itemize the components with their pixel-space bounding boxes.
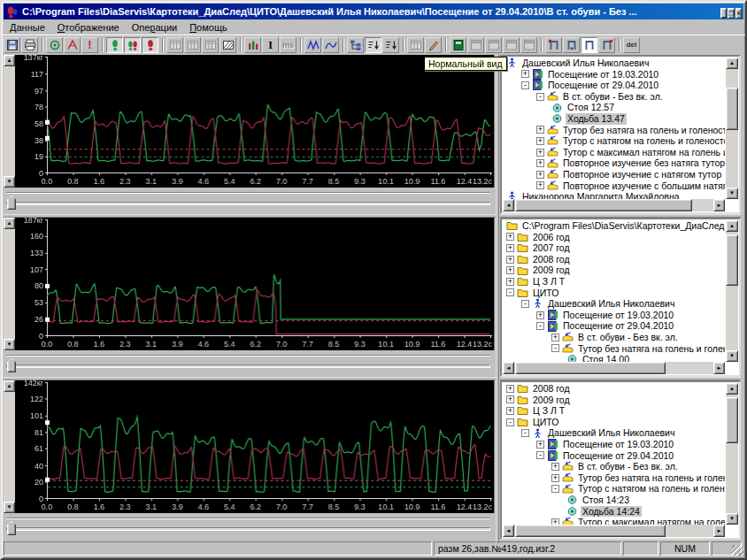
tree-item-label[interactable]: Посещение от 29.04.2010 [561, 450, 675, 462]
tree-item-label[interactable]: ЦИТО [531, 288, 560, 299]
expand-icon[interactable]: + [506, 385, 514, 393]
close-button[interactable]: × [735, 8, 742, 19]
scroll-right-icon[interactable]: ► [713, 525, 725, 537]
pressure-chart-2[interactable] [15, 218, 495, 350]
expand-icon[interactable]: + [506, 244, 514, 252]
tree-item[interactable]: -ЦИТО [503, 288, 725, 299]
scroll-up-icon[interactable]: ▲ [726, 220, 738, 232]
hatch-button[interactable] [219, 37, 236, 53]
pressure-chart-1[interactable] [15, 55, 495, 188]
tree-item-label[interactable]: Ходьба 14:24 [581, 506, 642, 518]
collapse-icon[interactable]: - [551, 485, 559, 493]
expand-icon[interactable]: + [506, 278, 514, 286]
tree-item-label[interactable]: Тутор без натяга на голень и голеностопн… [576, 472, 725, 484]
tree-item[interactable]: +Повторное изучение с большим натягом [503, 180, 725, 192]
tree-item[interactable]: -ЦИТО [503, 417, 725, 428]
tree-item-label[interactable]: 2009 год [531, 395, 572, 406]
edit-button[interactable] [425, 37, 442, 53]
expand-icon[interactable]: + [506, 256, 514, 264]
tree-item-label[interactable]: Посещение от 19.03.2010 [546, 69, 660, 81]
tree-item[interactable]: +2008 год [503, 254, 725, 265]
scroll-up-icon[interactable]: ▲ [4, 55, 15, 66]
pressure-chart-3[interactable] [15, 380, 495, 513]
tree-item-label[interactable]: Дашевский Илья Николаевич [520, 58, 651, 69]
tree-item-label[interactable]: ЦИТО [531, 417, 560, 428]
tree-item-label[interactable]: Стоя 14:23 [581, 495, 631, 506]
expand-icon[interactable]: + [536, 441, 544, 449]
scroll-left-icon[interactable]: ◄ [503, 199, 514, 211]
tree-item-label[interactable]: Никанорова Маргарита Михайловна [520, 191, 682, 199]
view-mode-button-2[interactable] [563, 37, 580, 53]
tree-item[interactable]: +Ц З Л Т [503, 276, 725, 288]
archive-button[interactable] [450, 37, 466, 53]
chart-scroll-groove[interactable] [6, 355, 490, 357]
tree-item-label[interactable]: Тутор без натяга на голень и голеностопн… [561, 125, 725, 136]
tree-item-label[interactable]: Тутор с натягом на голень и голеностопны… [561, 135, 725, 147]
tree-item[interactable]: C:\Program Files\DiaServis\Картотеки_Диа… [503, 220, 725, 232]
scroll-left-icon[interactable]: ◄ [503, 362, 514, 374]
scroll-up-icon[interactable]: ▲ [4, 218, 15, 229]
tree-item-label[interactable]: Посещение от 19.03.2010 [561, 310, 675, 321]
tree-item-label[interactable]: Посещение от 29.04.2010 [561, 320, 675, 332]
collapse-icon[interactable]: - [536, 322, 544, 330]
expand-icon[interactable]: + [506, 407, 514, 415]
tree-item[interactable]: -Дашевский Илья Николаевич [503, 298, 725, 310]
tree-item[interactable]: +2009 год [503, 265, 725, 276]
tree-item-label[interactable]: Посещение от 19.03.2010 [561, 439, 675, 450]
expand-icon[interactable]: + [551, 463, 559, 471]
tree-item-label[interactable]: В ст. обуви - Без вк. эл. [576, 461, 680, 472]
chart-zoom-track[interactable] [6, 527, 490, 531]
chart-zoom-track[interactable] [6, 364, 490, 368]
tree-item[interactable]: +2009 год [503, 395, 725, 406]
expand-icon[interactable]: + [551, 474, 559, 482]
tree-item-label[interactable]: 2006 год [531, 232, 572, 243]
menu-data[interactable]: Данные [4, 21, 51, 34]
expand-icon[interactable]: + [536, 137, 544, 145]
tree-item[interactable]: Ходьба 13.47 [503, 113, 725, 125]
tree-item-label[interactable]: Посещение от 29.04.2010 [546, 80, 660, 91]
tree-item[interactable]: +Посещение от 19.03.2010 [503, 310, 725, 321]
both-feet-toggle[interactable] [124, 37, 141, 53]
tree-item[interactable]: +2006 год [503, 232, 725, 243]
tree-item[interactable]: -Посещение от 29.04.2010 [503, 80, 725, 91]
collapse-icon[interactable]: - [536, 451, 544, 459]
view-mode-button-1[interactable] [545, 37, 562, 53]
scroll-down-icon[interactable]: ▼ [4, 176, 15, 188]
scrollbar-thumb[interactable] [515, 362, 666, 374]
tree-item[interactable]: +Тутор без натяга на голень и голеностоп… [503, 125, 725, 136]
expand-icon[interactable]: + [536, 126, 544, 134]
tree-item-label[interactable]: Стоя 12.57 [566, 102, 616, 113]
print-button[interactable] [21, 37, 38, 53]
bars-button[interactable] [244, 37, 261, 53]
tree-item-label[interactable]: Тутор с натягом на голень и голеностопны… [576, 483, 725, 495]
expand-icon[interactable]: + [536, 149, 544, 157]
tree-item-label[interactable]: C:\Program Files\DiaServis\Картотеки_Диа… [520, 220, 725, 232]
scrollbar-thumb[interactable] [726, 88, 738, 130]
vertical-splitter[interactable] [496, 55, 499, 543]
tree-vertical-scrollbar[interactable]: ▲▼ [726, 383, 738, 525]
chart-vertical-scrollbar[interactable]: ▲▼ [4, 218, 15, 350]
tree-item-label[interactable]: В ст. обуви - Без вк. эл. [561, 91, 665, 103]
tree-item[interactable]: +2008 год [503, 383, 725, 395]
minimize-button[interactable]: _ [720, 8, 727, 19]
tree-item[interactable]: -Тутор без натяга на голень и голеностоп… [503, 343, 725, 355]
collapse-icon[interactable]: - [506, 288, 514, 296]
tree-item[interactable]: +Посещение от 19.03.2010 [503, 439, 725, 450]
tree-item[interactable]: -Дашевский Илья Николаевич [503, 427, 725, 439]
left-foot-toggle[interactable] [106, 37, 123, 53]
expand-icon[interactable]: + [521, 70, 529, 78]
tree-horizontal-scrollbar[interactable]: ◄► [503, 525, 725, 537]
tree-item[interactable]: +2007 год [503, 242, 725, 254]
collapse-icon[interactable]: - [521, 429, 529, 437]
sort-asc-button[interactable] [365, 37, 381, 53]
collapse-icon[interactable]: - [551, 344, 559, 352]
collapse-icon[interactable]: - [521, 81, 529, 89]
tree-item[interactable]: +Ц З Л Т [503, 405, 725, 417]
scroll-down-icon[interactable]: ▼ [726, 513, 738, 525]
scroll-down-icon[interactable]: ▼ [726, 188, 738, 199]
grid-button[interactable] [407, 37, 424, 53]
tree-vertical-scrollbar[interactable]: ▲▼ [726, 58, 738, 199]
expand-icon[interactable]: + [536, 159, 544, 167]
window-button-4[interactable] [520, 37, 537, 53]
tree-item-label[interactable]: Тутор с максимал натягом на голень и гол… [561, 147, 725, 158]
